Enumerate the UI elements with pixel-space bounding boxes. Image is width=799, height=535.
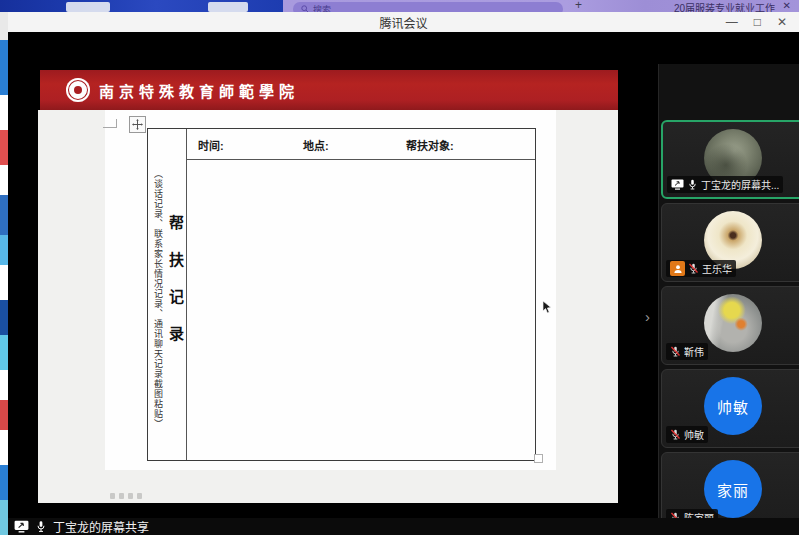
participant-name: 丁宝龙的屏幕共... [701, 177, 779, 192]
document-page: 时间: 地点: 帮扶对象: （谈话记录、联系家长情况记录、通讯聊天记录截图粘贴）… [105, 110, 556, 470]
shared-screen-banner: 南京特殊教育師範學院 [40, 70, 618, 110]
table-header-target: 帮扶对象: [406, 137, 454, 153]
minimize-button[interactable]: — [726, 12, 738, 32]
browser-tab-title[interactable]: 20届服装专业就业工作 [674, 0, 775, 12]
participant-name-chip: 靳伟 [666, 343, 708, 360]
search-label: 搜索 [313, 3, 331, 13]
participant-tile[interactable]: 帅敏 帅敏 [661, 369, 799, 448]
search-icon [301, 5, 309, 12]
sharing-status-bar: 丁宝龙的屏幕共享 [8, 518, 799, 535]
screen-share-icon [671, 179, 684, 190]
table-header-place: 地点: [303, 137, 329, 153]
taskbar-icon-fragment [208, 2, 248, 12]
shared-document-area: 时间: 地点: 帮扶对象: （谈话记录、联系家长情况记录、通讯聊天记录截图粘贴）… [38, 110, 618, 503]
table-resize-handle [534, 454, 543, 463]
sharing-status-label: 丁宝龙的屏幕共享 [53, 518, 149, 535]
table-move-handle-icon [129, 116, 146, 133]
school-name: 南京特殊教育師範學院 [99, 80, 299, 101]
desktop-edge-strip [0, 12, 8, 535]
browser-search-box[interactable]: 搜索 [293, 2, 563, 12]
participant-tile[interactable]: 靳伟 [661, 286, 799, 365]
participants-panel: 丁宝龙的屏幕共... [658, 64, 799, 535]
meeting-content: 南京特殊教育師範學院 时间: 地点: 帮扶对象: [8, 32, 799, 518]
window-title: 腾讯会议 [379, 14, 427, 31]
help-record-table: 时间: 地点: 帮扶对象: （谈话记录、联系家长情况记录、通讯聊天记录截图粘贴）… [147, 128, 536, 461]
new-tab-button[interactable]: + [575, 0, 582, 12]
mic-muted-icon [688, 263, 699, 274]
participant-tile[interactable]: 王乐华 [661, 203, 799, 282]
school-seal-icon [66, 78, 90, 102]
screen: 搜索 + 20届服装专业就业工作 ✕ 腾讯会议 — □ ✕ 南京特殊教育師範學院 [0, 0, 799, 535]
maximize-button[interactable]: □ [754, 12, 761, 32]
page-margin-mark [103, 119, 117, 128]
table-column-divider [186, 129, 187, 460]
table-header-time: 时间: [198, 137, 224, 153]
table-header-line [187, 159, 535, 160]
participant-name-chip: 王乐华 [666, 260, 736, 277]
participant-tile-sharing[interactable]: 丁宝龙的屏幕共... [661, 120, 799, 199]
mic-on-icon [35, 520, 47, 533]
host-badge-icon [670, 261, 685, 276]
screen-share-icon [14, 520, 29, 533]
taskbar-fragment [0, 0, 283, 12]
row-label-title: 帮扶记录 [165, 215, 186, 385]
mouse-cursor-icon [542, 301, 553, 314]
doc-statusbar-icons [110, 493, 142, 499]
tab-close-icon[interactable]: ✕ [783, 0, 791, 11]
window-titlebar[interactable]: 腾讯会议 — □ ✕ [8, 12, 799, 32]
browser-toolbar-fragment: 搜索 + 20届服装专业就业工作 ✕ [283, 0, 799, 12]
taskbar-icon-fragment [66, 2, 110, 12]
mic-muted-icon [670, 346, 681, 357]
participant-name-chip: 丁宝龙的屏幕共... [667, 176, 783, 193]
mic-on-icon [687, 179, 698, 190]
participant-name: 靳伟 [684, 344, 704, 359]
panel-collapse-chevron-icon[interactable]: › [645, 308, 650, 325]
participant-name: 王乐华 [702, 261, 732, 276]
mic-muted-icon [670, 429, 681, 440]
participant-name-chip: 帅敏 [666, 426, 708, 443]
background-browser-strip: 搜索 + 20届服装专业就业工作 ✕ [0, 0, 799, 12]
avatar [704, 294, 762, 352]
avatar: 帅敏 [704, 377, 762, 435]
row-label-note: （谈话记录、联系家长情况记录、通讯聊天记录截图粘贴） [152, 169, 163, 451]
close-button[interactable]: ✕ [777, 12, 787, 32]
participant-name: 帅敏 [684, 427, 704, 442]
